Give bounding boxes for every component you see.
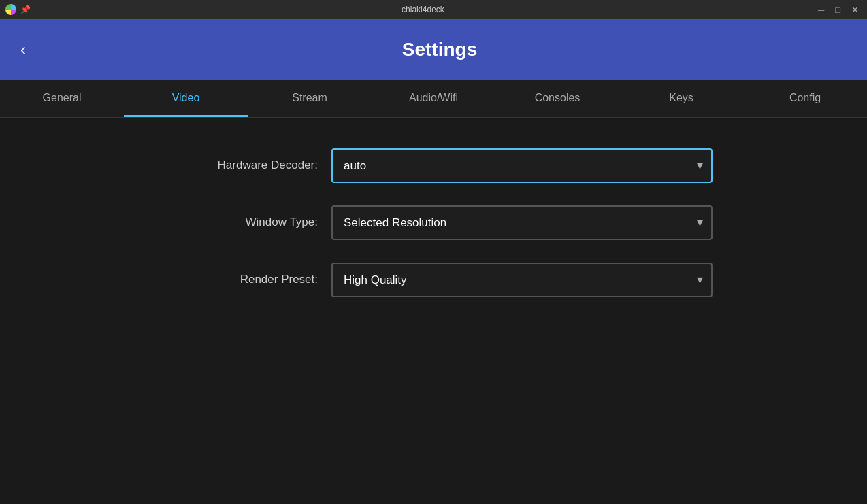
window-type-control: Selected Resolution Fullscreen Windowed … bbox=[331, 205, 713, 240]
title-bar-title: chiaki4deck bbox=[31, 5, 815, 14]
settings-form: Hardware Decoder: auto none vaapi vdpau … bbox=[127, 145, 740, 300]
tab-stream-label: Stream bbox=[292, 92, 327, 104]
tab-audio-wifi[interactable]: Audio/Wifi bbox=[372, 80, 495, 117]
tab-video[interactable]: Video bbox=[124, 80, 248, 117]
render-preset-label: Render Preset: bbox=[154, 273, 331, 286]
window-type-select[interactable]: Selected Resolution Fullscreen Windowed bbox=[331, 205, 713, 240]
render-preset-select[interactable]: High Quality Medium Quality Low Quality … bbox=[331, 263, 713, 297]
tab-consoles[interactable]: Consoles bbox=[495, 80, 619, 117]
minimize-button[interactable]: ─ bbox=[815, 4, 827, 16]
window-type-row: Window Type: Selected Resolution Fullscr… bbox=[154, 202, 713, 243]
tab-config-label: Config bbox=[789, 92, 821, 104]
tab-general[interactable]: General bbox=[0, 80, 124, 117]
hardware-decoder-select[interactable]: auto none vaapi vdpau cuda bbox=[331, 148, 713, 183]
hardware-decoder-row: Hardware Decoder: auto none vaapi vdpau … bbox=[154, 145, 713, 186]
title-bar-controls: ─ □ ✕ bbox=[815, 4, 862, 16]
window-type-label: Window Type: bbox=[154, 216, 331, 229]
app-icon bbox=[5, 4, 16, 15]
tab-keys[interactable]: Keys bbox=[619, 80, 743, 117]
tab-video-label: Video bbox=[172, 92, 200, 104]
render-preset-control: High Quality Medium Quality Low Quality … bbox=[331, 263, 713, 297]
pin-icon: 📌 bbox=[20, 5, 31, 14]
title-bar: 📌 chiaki4deck ─ □ ✕ bbox=[0, 0, 867, 19]
tab-consoles-label: Consoles bbox=[535, 92, 580, 104]
tab-stream[interactable]: Stream bbox=[248, 80, 372, 117]
maximize-button[interactable]: □ bbox=[832, 4, 843, 16]
page-title: Settings bbox=[33, 39, 847, 61]
main-content: Hardware Decoder: auto none vaapi vdpau … bbox=[0, 118, 867, 504]
title-bar-left: 📌 bbox=[5, 4, 31, 15]
hardware-decoder-label: Hardware Decoder: bbox=[154, 158, 331, 172]
tab-bar: General Video Stream Audio/Wifi Consoles… bbox=[0, 80, 867, 118]
render-preset-row: Render Preset: High Quality Medium Quali… bbox=[154, 259, 713, 300]
close-button[interactable]: ✕ bbox=[849, 4, 862, 16]
tab-general-label: General bbox=[43, 92, 82, 104]
hardware-decoder-control: auto none vaapi vdpau cuda ▾ bbox=[331, 148, 713, 183]
tab-audio-wifi-label: Audio/Wifi bbox=[409, 92, 458, 104]
tab-keys-label: Keys bbox=[669, 92, 693, 104]
settings-header: ‹ Settings bbox=[0, 19, 867, 80]
back-button[interactable]: ‹ bbox=[20, 39, 33, 61]
tab-config[interactable]: Config bbox=[743, 80, 867, 117]
